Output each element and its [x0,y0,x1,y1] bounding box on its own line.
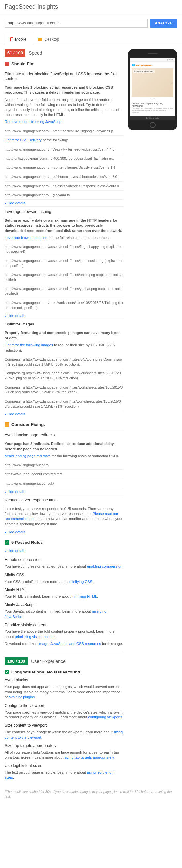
prioritizing-content-link[interactable]: prioritizing visible content [15,635,56,639]
tap-targets-link[interactable]: sizing tap targets appropriately [64,755,114,759]
tab-desktop[interactable]: Desktop [32,34,64,44]
rule-desc: Setting an expiry date or a maximum age … [5,218,124,233]
download-resources-link[interactable]: image, JavaScript, and CSS resources [38,642,101,646]
phone-logo: 🌐 Languagenut [130,62,175,68]
warning-icon: ! [5,423,9,427]
footnote: *The results are cached for 30s. If you … [0,787,182,802]
rule-desc: Properly formatting and compressing imag… [5,331,124,341]
phone-statusbar: ▮ 12:30 [130,58,175,62]
url-item: http://www.languagenut.com/assets/media/… [5,243,124,256]
hide-details-toggle[interactable]: Hide details [5,488,26,495]
chevron-right-icon: › [172,81,173,84]
url-item: http://www.languagenut.com/…es/css/short… [5,182,124,191]
url-item: http://www.languagenut.com/…es/worksheet… [5,299,124,312]
check-icon: ✓ [5,670,9,675]
remove-js-link[interactable]: Remove render-blocking JavaScript: [5,120,63,124]
url-item: http://www.languagenut.com/uk/ [5,479,124,488]
minifying-html-link[interactable]: minifying HTML [72,594,97,598]
ux-rule: Size tap targets appropriately [5,743,124,748]
rule-title: Optimize images [5,319,124,329]
rule-desc: Your page has 2 redirects. Redirects int… [5,441,124,452]
should-fix-header: ! Should Fix: [5,61,124,66]
url-item: http://www.languagenut.com/assets/media/… [5,270,124,284]
desktop-icon [38,38,42,41]
url-item: http://www.languagenut.com/…gins/add-to- [5,190,124,200]
consider-fixing-header: ! Consider Fixing: [5,422,124,427]
speed-label: Speed [29,50,42,56]
mobile-icon [10,37,13,41]
rule-title: Eliminate render-blocking JavaScript and… [5,69,124,83]
ux-rule: Avoid plugins [5,678,124,682]
page-title: PageSpeed Insights [0,0,182,14]
speed-score-row: 61 / 100 Speed [5,49,124,57]
rule-title: Reduce server response time [5,495,124,504]
url-bar: ANALYZE [0,14,182,32]
url-item: https://ww5.languagenut.com/redirect [5,470,124,479]
rule-title: Leverage browser caching [5,207,124,216]
phone-preview: ▮ 12:30 🌐 Languagenut Language Resources… [128,49,177,130]
error-icon: ! [5,62,9,66]
url-item: http://www.languagenut.com/…-content/the… [5,163,124,172]
url-item: Compressing http://www.languagenut.com/…… [5,355,124,369]
minifying-css-link[interactable]: minifying CSS [69,580,92,584]
hide-details-toggle[interactable]: Hide details [5,411,26,417]
tab-label: Desktop [44,37,59,42]
ux-score-row: 100 / 100 User Experience [5,657,124,665]
avoid-redirects-link[interactable]: Avoid landing page redirects [5,454,51,458]
url-item: http://www.languagenut.com/assets/media/… [5,284,124,299]
carousel-dots: • • • • [130,97,175,100]
congrats-header: ✓ Congratulations! No issues found. [5,670,124,675]
rule-desc: None of the above-the-fold content on yo… [5,97,124,118]
url-input[interactable] [5,19,148,28]
phone-hero: Language Resources › [132,68,173,97]
passed-rules-header: ✓ 5 Passed Rules [5,540,124,545]
configuring-viewports-link[interactable]: configuring viewports [88,715,122,719]
rule-desc: In our test, your server responded in 0.… [5,506,124,527]
hide-details-toggle[interactable]: Hide details [5,200,26,207]
phone-heading: Access Languagenut Anytime, Anywhere! [132,102,173,107]
passed-rule: Prioritize visible content [5,623,124,627]
leverage-caching-link[interactable]: Leverage browser caching [5,236,47,240]
tab-mobile[interactable]: Mobile [5,34,32,44]
phone-text: You can access Languagenut's language re… [132,107,173,114]
passed-rule: Minify CSS [5,572,124,577]
phone-footer: Services available [130,116,175,120]
hide-details-toggle[interactable]: Hide details [5,312,26,319]
analyze-button[interactable]: ANALYZE [150,19,177,28]
hide-details-toggle[interactable]: Hide details [5,548,26,554]
optimize-images-link[interactable]: Optimize the following images [5,343,53,347]
url-item: http://www.languagenut.com/…ntent/themes… [5,127,124,136]
url-item: http://www.languagenut.com/…t/easy-twitt… [5,145,124,154]
passed-rule: Enable compression [5,557,124,562]
url-item: Compressing http://www.languagenut.com/…… [5,369,124,383]
hide-details-toggle[interactable]: Hide details [5,529,26,535]
ux-rule: Configure the viewport [5,703,124,708]
rule-title: Avoid landing page redirects [5,430,124,439]
ux-label: User Experience [31,659,65,664]
phone-home-button [150,122,155,128]
url-item: Compressing http://www.languagenut.com/…… [5,397,124,411]
ux-score-badge: 100 / 100 [5,657,28,665]
passed-rule: Minify JavaScript [5,602,124,607]
url-item: Compressing http://www.languagenut.com/…… [5,383,124,397]
optimize-css-link[interactable]: Optimize CSS Delivery [5,138,42,142]
url-item: http://www.languagenut.com/…el/shortcode… [5,172,124,182]
speed-score-badge: 61 / 100 [5,49,26,57]
check-icon: ✓ [5,540,9,545]
ux-rule: Use legible font sizes [5,764,124,768]
ux-rule: Size content to viewport [5,723,124,728]
passed-rule: Minify HTML [5,588,124,592]
avoiding-plugins-link[interactable]: avoiding plugins [9,695,35,699]
url-item: http://www.languagenut.com/assets/media/… [5,256,124,270]
url-item: http://www.languagenut.com/ [5,461,124,470]
tab-label: Mobile [15,37,27,42]
url-item: http://fonts.googleapis.com/…c,400,300,7… [5,154,124,163]
tabs: Mobile Desktop [0,34,182,44]
enabling-compression-link[interactable]: enabling compression [87,564,122,568]
phone-speaker [148,53,157,54]
rule-desc: Your page has 1 blocking script resource… [5,85,124,95]
